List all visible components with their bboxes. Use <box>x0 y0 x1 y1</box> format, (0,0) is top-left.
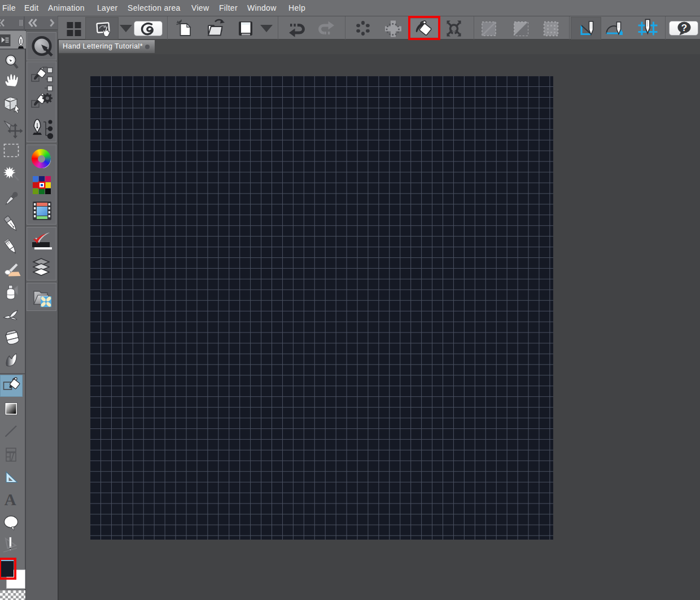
svg-text:A: A <box>5 490 16 509</box>
svg-text:?: ? <box>681 23 687 33</box>
